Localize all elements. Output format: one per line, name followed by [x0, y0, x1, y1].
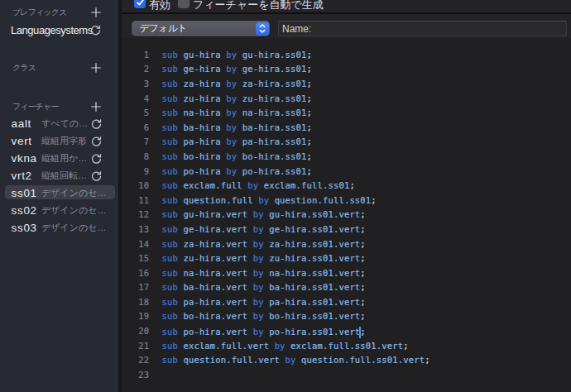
code-line-text: sub po-hira by po-hira.ss01;: [162, 166, 313, 176]
sidebar-item-name: vkna: [12, 151, 37, 164]
code-line-1: 1sub gu-hira by gu-hira.ss01;: [122, 47, 571, 62]
refresh-button[interactable]: [91, 170, 102, 180]
code-line-text: sub bo-hira.vert by bo-hira.ss01.vert;: [162, 311, 366, 321]
line-number: 10: [122, 180, 149, 190]
refresh-button[interactable]: [90, 24, 102, 36]
line-number: 5: [122, 108, 149, 117]
line-number: 12: [122, 209, 149, 219]
text-caret: [359, 327, 361, 338]
sidebar-item-name: vrt2: [12, 169, 32, 181]
name-field-label: Name:: [282, 23, 311, 35]
code-line-text: sub za-hira.vert by za-hira.ss01.vert;: [162, 239, 366, 249]
line-number: 2: [122, 64, 149, 74]
prefix-section-title: プレフィックス: [12, 7, 66, 18]
code-line-text: sub question.full by question.full.ss01;: [162, 195, 377, 205]
code-line-text: sub exclam.full.vert by exclam.full.ss01…: [162, 341, 409, 351]
code-line-13: 13sub ge-hira.vert by ge-hira.ss01.vert;: [122, 222, 571, 237]
code-line-text: sub za-hira by za-hira.ss01;: [162, 79, 313, 88]
refresh-button[interactable]: [91, 135, 102, 146]
sidebar-item-name: ss02: [12, 203, 37, 216]
code-line-3: 3sub za-hira by za-hira.ss01;: [122, 76, 571, 91]
add-feature-button[interactable]: [90, 101, 102, 112]
sidebar-item-name: ss01: [12, 186, 37, 198]
code-line-19: 19sub bo-hira.vert by bo-hira.ss01.vert;: [122, 309, 571, 324]
code-line-text: sub ba-hira.vert by ba-hira.ss01.vert;: [162, 282, 366, 292]
code-line-11: 11sub question.full by question.full.ss0…: [122, 193, 571, 208]
code-line-text: sub na-hira.vert by na-hira.ss01.vert;: [162, 268, 366, 278]
sidebar-item-ss01[interactable]: ss01デザインのセ…: [0, 184, 119, 201]
line-number: 15: [122, 253, 149, 263]
sidebar-item-name: vert: [12, 134, 32, 146]
sidebar: プレフィックス Languagesystems クラス フィーチャー aaltす…: [0, 0, 119, 392]
sidebar-item-vert[interactable]: vert縦組用字形: [0, 131, 119, 149]
script-language-popup[interactable]: デフォルト: [132, 21, 270, 36]
feature-options-bar: 有効 フィーチャーを自動で生成: [122, 0, 571, 12]
sidebar-item-description: デザインのセ…: [41, 186, 107, 198]
feature-name-field[interactable]: Name:: [278, 21, 567, 36]
feature-editor-panel: 有効 フィーチャーを自動で生成 デフォルト Name: 1sub gu-hira…: [122, 0, 571, 392]
line-number: 6: [122, 122, 149, 132]
code-line-16: 16sub na-hira.vert by na-hira.ss01.vert;: [122, 265, 571, 280]
add-class-button[interactable]: [90, 62, 102, 74]
popup-selected-value: デフォルト: [132, 22, 187, 35]
line-number: 9: [122, 166, 149, 176]
plus-icon: [90, 62, 102, 74]
line-number: 23: [122, 370, 149, 380]
sidebar-item-ss03[interactable]: ss03デザインのセ…: [0, 218, 119, 236]
line-number: 14: [122, 239, 149, 249]
code-line-text: sub exclam.full by exclam.full.ss01;: [162, 180, 355, 190]
sidebar-item-aalt[interactable]: aaltすべての…: [0, 114, 119, 131]
auto-generate-checkbox[interactable]: [178, 0, 190, 8]
code-line-text: sub zu-hira.vert by zu-hira.ss01.vert;: [162, 253, 366, 263]
code-line-10: 10sub exclam.full by exclam.full.ss01;: [122, 178, 571, 193]
sidebar-item-description: すべての…: [41, 117, 88, 129]
code-line-23: 23: [122, 367, 571, 382]
class-section-header: クラス: [0, 61, 119, 74]
auto-generate-checkbox-label: フィーチャーを自動で生成: [193, 0, 324, 11]
code-line-18: 18sub pa-hira.vert by pa-hira.ss01.vert;: [122, 294, 571, 309]
refresh-button[interactable]: [91, 117, 102, 128]
code-line-15: 15sub zu-hira.vert by zu-hira.ss01.vert;: [122, 251, 571, 265]
code-line-text: sub po-hira.vert by po-hira.ss01.vert;: [162, 325, 366, 337]
prefix-section-header: プレフィックス: [0, 6, 119, 18]
plus-icon: [90, 7, 102, 18]
plus-icon: [90, 101, 102, 112]
sidebar-item-name: Languagesystems: [11, 24, 93, 36]
sidebar-item-languagesystems[interactable]: Languagesystems: [0, 22, 119, 39]
refresh-circular-arrow-icon: [90, 25, 101, 36]
checkmark-icon: [137, 0, 144, 6]
line-number: 17: [122, 282, 149, 292]
code-line-text: sub pa-hira.vert by pa-hira.ss01.vert;: [162, 297, 366, 307]
add-prefix-button[interactable]: [90, 7, 102, 18]
feature-code-editor[interactable]: 1sub gu-hira by gu-hira.ss01;2sub ge-hir…: [122, 38, 571, 392]
line-number: 11: [122, 195, 149, 205]
sidebar-item-vrt2[interactable]: vrt2縦組回転…: [0, 166, 119, 184]
enabled-checkbox[interactable]: [134, 0, 146, 8]
code-line-20: 20sub po-hira.vert by po-hira.ss01.vert;: [122, 323, 571, 338]
popup-cap: [256, 22, 269, 36]
line-number: 18: [122, 297, 149, 307]
enabled-checkbox-label: 有効: [149, 0, 170, 11]
line-number: 21: [122, 341, 149, 351]
line-number: 13: [122, 224, 149, 234]
code-line-text: sub bo-hira by bo-hira.ss01;: [162, 151, 313, 161]
code-line-text: sub ba-hira by ba-hira.ss01;: [162, 122, 313, 132]
line-number: 8: [122, 151, 149, 161]
refresh-circular-arrow-icon: [91, 136, 102, 146]
line-number: 16: [122, 268, 149, 278]
code-line-22: 22sub question.full.vert by question.ful…: [122, 352, 571, 367]
sidebar-item-description: 縦組用か…: [41, 151, 87, 164]
code-line-text: sub pa-hira by pa-hira.ss01;: [162, 136, 313, 146]
code-line-12: 12sub gu-hira.vert by gu-hira.ss01.vert;: [122, 208, 571, 222]
refresh-circular-arrow-icon: [91, 170, 102, 181]
line-number: 20: [122, 326, 149, 336]
sidebar-item-vkna[interactable]: vkna縦組用か…: [0, 149, 119, 166]
sidebar-item-description: デザインのセ…: [41, 221, 107, 233]
line-number: 1: [122, 50, 149, 60]
code-line-text: sub ge-hira by ge-hira.ss01;: [162, 64, 313, 74]
refresh-button[interactable]: [91, 152, 102, 163]
sidebar-item-ss02[interactable]: ss02デザインのセ…: [0, 201, 119, 218]
code-line-text: sub gu-hira by gu-hira.ss01;: [162, 50, 313, 60]
code-line-4: 4sub zu-hira by zu-hira.ss01;: [122, 91, 571, 106]
code-line-text: sub zu-hira by zu-hira.ss01;: [162, 93, 313, 103]
